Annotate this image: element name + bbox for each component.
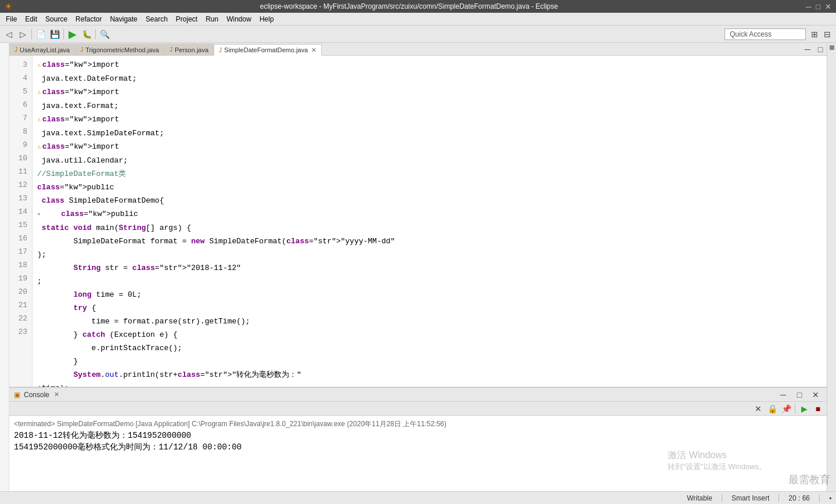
eclipse-icon: ☀	[5, 2, 12, 11]
left-gutter	[0, 43, 9, 491]
menu-item-navigate[interactable]: Navigate	[106, 14, 140, 24]
tab-label-person: Person.java	[175, 46, 208, 53]
main-area: J UseArrayList.java J TrigonometricMetho…	[0, 43, 836, 491]
console-pin[interactable]: 📌	[780, 402, 792, 415]
tab-close-simpledateformat[interactable]: ✕	[311, 46, 316, 54]
console-maximize-btn[interactable]: □	[793, 389, 806, 401]
tab-label-trigono: TrigonometricMethod.java	[85, 46, 159, 53]
code-line-13: try {	[37, 301, 822, 315]
line-num-20: 20	[9, 285, 30, 298]
code-line-9: ▾ class="kw">public	[37, 207, 822, 221]
code-line-5: ⚠class="kw">import	[37, 113, 822, 127]
console-run-again[interactable]: ▶	[798, 402, 810, 415]
tabs-bar: J UseArrayList.java J TrigonometricMetho…	[9, 43, 827, 56]
console-title: Console	[24, 391, 49, 399]
toolbar-new[interactable]: 📄	[34, 28, 47, 41]
code-line-10: SimpleDateFormat format = new SimpleDate…	[37, 235, 822, 248]
line-num-8: 8	[9, 125, 30, 138]
code-line-8: class="kw">public	[37, 181, 822, 194]
quick-access-label: Quick Access	[730, 30, 772, 38]
console-scroll-lock[interactable]: 🔒	[766, 402, 779, 415]
line-num-23: 23	[9, 325, 30, 339]
code-line-4: ⚠class="kw">import	[37, 85, 822, 99]
line-num-18: 18	[9, 258, 30, 272]
code-console-split: 34567891011121314151617181920212223 ⚠cla…	[9, 56, 827, 491]
toolbar-perspective[interactable]: ⊟	[821, 28, 834, 41]
status-sep-1	[722, 494, 722, 502]
warning-icon: ⚠	[37, 89, 41, 96]
tab-person[interactable]: J Person.java	[164, 44, 214, 55]
line-numbers: 34567891011121314151617181920212223	[9, 56, 33, 387]
toolbar-run[interactable]: ▶	[66, 28, 79, 41]
toolbar-save[interactable]: 💾	[48, 28, 61, 41]
tab-icon-usearray: J	[15, 46, 17, 53]
toolbar-search[interactable]: 🔍	[98, 28, 111, 41]
tab-icon-simpledateformat: J	[219, 47, 222, 53]
toolbar-layout[interactable]: ⊞	[808, 28, 821, 41]
line-num-3: 3	[9, 58, 30, 71]
toolbar-sep-3	[95, 29, 96, 39]
toolbar-back[interactable]: ◁	[2, 28, 15, 41]
console-minimize-btn[interactable]: ─	[777, 389, 790, 401]
line-num-12: 12	[9, 178, 30, 192]
tab-trigono[interactable]: J TrigonometricMethod.java	[75, 44, 164, 55]
status-position: 20 : 66	[788, 494, 810, 502]
line-num-6: 6	[9, 98, 30, 111]
menu-item-search[interactable]: Search	[142, 14, 171, 24]
line-num-10: 10	[9, 152, 30, 165]
status-sep-3	[819, 494, 820, 502]
menu-item-refactor[interactable]: Refactor	[72, 14, 105, 24]
line-num-14: 14	[9, 205, 30, 218]
code-line-15: } catch (Exception e) {	[37, 328, 822, 341]
menu-bar: FileEditSourceRefactorNavigateSearchProj…	[0, 13, 836, 26]
status-insert-mode: Smart Insert	[732, 494, 769, 502]
tab-simpledateformat[interactable]: J SimpleDateFormatDemo.java ✕	[214, 44, 322, 56]
console-close-btn[interactable]: ✕	[809, 389, 822, 401]
console-stop[interactable]: ■	[812, 402, 824, 415]
menu-item-project[interactable]: Project	[172, 14, 201, 24]
line-num-17: 17	[9, 245, 30, 258]
console-header: ▣ Console ✕ ─ □ ✕	[9, 388, 827, 402]
menu-item-file[interactable]: File	[2, 14, 20, 24]
tab-minimize[interactable]: ─	[801, 44, 814, 55]
quick-access-box[interactable]: Quick Access	[725, 28, 806, 40]
right-panel	[827, 43, 836, 491]
code-line-16: e.printStackTrace();	[37, 341, 822, 355]
code-content[interactable]: ⚠class="kw">import java.text.DateFormat;…	[33, 56, 827, 387]
title-bar: ☀ eclipse-workspace - MyFirstJavaProgram…	[0, 0, 836, 13]
toolbar-debug[interactable]: 🐛	[80, 28, 93, 41]
toolbar: ◁ ▷ 📄 💾 ▶ 🐛 🔍 Quick Access ⊞ ⊟	[0, 26, 836, 43]
tab-icon-person: J	[170, 46, 172, 53]
toolbar-sep-2	[63, 29, 64, 39]
maximize-button[interactable]: □	[816, 2, 820, 11]
code-line-7: //SimpleDateFormat类	[37, 167, 822, 181]
line-num-19: 19	[9, 272, 30, 285]
console-panel: ▣ Console ✕ ─ □ ✕ ✕ 🔒 📌 ▶ ■ <t	[9, 387, 827, 491]
menu-item-window[interactable]: Window	[223, 14, 255, 24]
tab-label-usearray: UseArrayList.java	[20, 46, 70, 53]
code-line-12: long time = 0L;	[37, 288, 822, 301]
console-output-line2: 1541952000000毫秒格式化为时间为：11/12/18 00:00:00	[14, 441, 822, 453]
code-line-14: time = format.parse(str).getTime();	[37, 315, 822, 328]
code-editor[interactable]: 34567891011121314151617181920212223 ⚠cla…	[9, 56, 827, 387]
code-line-18: System.out.println(str+class="str">"转化为毫…	[37, 368, 822, 381]
toolbar-forward[interactable]: ▷	[16, 28, 29, 41]
tab-maximize[interactable]: □	[814, 44, 827, 55]
scroll-indicator	[830, 45, 834, 50]
menu-item-help[interactable]: Help	[256, 14, 278, 24]
minimize-button[interactable]: ─	[806, 2, 811, 11]
line-num-22: 22	[9, 312, 30, 325]
menu-item-source[interactable]: Source	[42, 14, 71, 24]
line-num-16: 16	[9, 232, 30, 245]
collapse-icon[interactable]: ▾	[37, 211, 41, 218]
tab-usearray[interactable]: J UseArrayList.java	[9, 44, 75, 55]
close-button[interactable]: ✕	[825, 2, 831, 11]
status-bar: Writable Smart Insert 20 : 66 ⦁	[0, 491, 836, 504]
status-sep-2	[779, 494, 779, 502]
menu-item-edit[interactable]: Edit	[21, 14, 41, 24]
console-tab-close[interactable]: ✕	[54, 391, 59, 398]
line-num-15: 15	[9, 218, 30, 232]
console-clear-btn[interactable]: ✕	[752, 402, 765, 415]
status-extra: ⦁	[829, 494, 831, 502]
menu-item-run[interactable]: Run	[202, 14, 222, 24]
